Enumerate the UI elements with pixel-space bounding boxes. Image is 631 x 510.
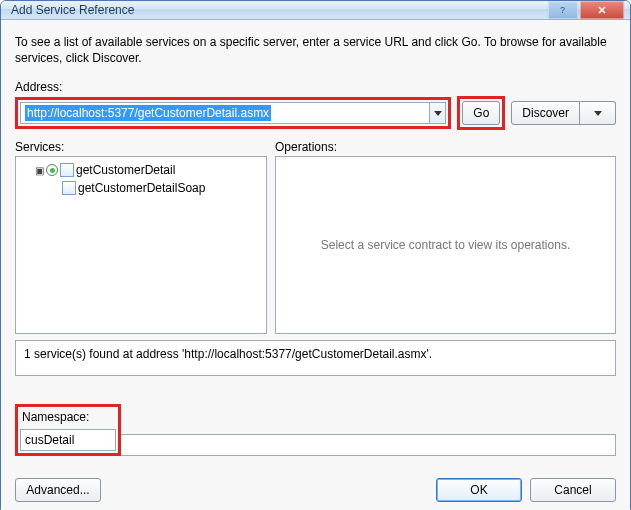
contract-file-icon xyxy=(62,181,76,195)
namespace-input-highlight: cusDetail xyxy=(15,427,121,456)
status-box: 1 service(s) found at address 'http://lo… xyxy=(15,340,616,376)
dialog-body: To see a list of available services on a… xyxy=(1,20,630,510)
tree-root-label: getCustomerDetail xyxy=(76,163,175,177)
address-label: Address: xyxy=(15,80,616,94)
titlebar[interactable]: Add Service Reference ? xyxy=(1,1,630,20)
service-file-icon xyxy=(60,163,74,177)
namespace-label: Namespace: xyxy=(22,410,89,424)
chevron-down-icon xyxy=(434,111,442,116)
go-button[interactable]: Go xyxy=(462,101,500,125)
address-dropdown-button[interactable] xyxy=(430,102,446,124)
services-label: Services: xyxy=(15,140,267,154)
operations-placeholder: Select a service contract to view its op… xyxy=(276,157,615,333)
svg-text:?: ? xyxy=(560,5,565,15)
address-value: http://localhost:5377/getCustomerDetail.… xyxy=(25,105,271,121)
dialog-window: Add Service Reference ? To see a list of… xyxy=(0,0,631,510)
service-status-icon xyxy=(46,164,58,176)
go-highlight: Go xyxy=(457,96,505,130)
discover-dropdown-button[interactable] xyxy=(580,101,616,125)
ok-button[interactable]: OK xyxy=(436,478,522,502)
window-title: Add Service Reference xyxy=(11,3,546,17)
operations-label: Operations: xyxy=(275,140,616,154)
namespace-label-highlight: Namespace: xyxy=(15,404,121,428)
services-tree[interactable]: ▣ getCustomerDetail getCustomerDetailSoa… xyxy=(15,156,267,334)
address-input[interactable]: http://localhost:5377/getCustomerDetail.… xyxy=(20,102,430,124)
operations-pane: Select a service contract to view its op… xyxy=(275,156,616,334)
namespace-input[interactable]: cusDetail xyxy=(20,429,116,451)
namespace-input-remainder[interactable] xyxy=(121,434,616,456)
instructions-text: To see a list of available services on a… xyxy=(15,34,616,66)
chevron-down-icon xyxy=(594,111,602,116)
tree-root-row[interactable]: ▣ getCustomerDetail xyxy=(20,161,262,179)
status-text: 1 service(s) found at address 'http://lo… xyxy=(24,347,432,361)
advanced-button[interactable]: Advanced... xyxy=(15,478,101,502)
namespace-section: Namespace: cusDetail xyxy=(15,404,616,478)
collapse-icon[interactable]: ▣ xyxy=(34,165,44,176)
tree-child-label: getCustomerDetailSoap xyxy=(78,181,205,195)
cancel-button[interactable]: Cancel xyxy=(530,478,616,502)
close-button[interactable] xyxy=(580,1,624,19)
address-highlight: http://localhost:5377/getCustomerDetail.… xyxy=(15,97,451,129)
discover-button[interactable]: Discover xyxy=(511,101,580,125)
tree-child-row[interactable]: getCustomerDetailSoap xyxy=(20,179,262,197)
help-button[interactable]: ? xyxy=(548,1,578,19)
namespace-value: cusDetail xyxy=(25,433,74,447)
